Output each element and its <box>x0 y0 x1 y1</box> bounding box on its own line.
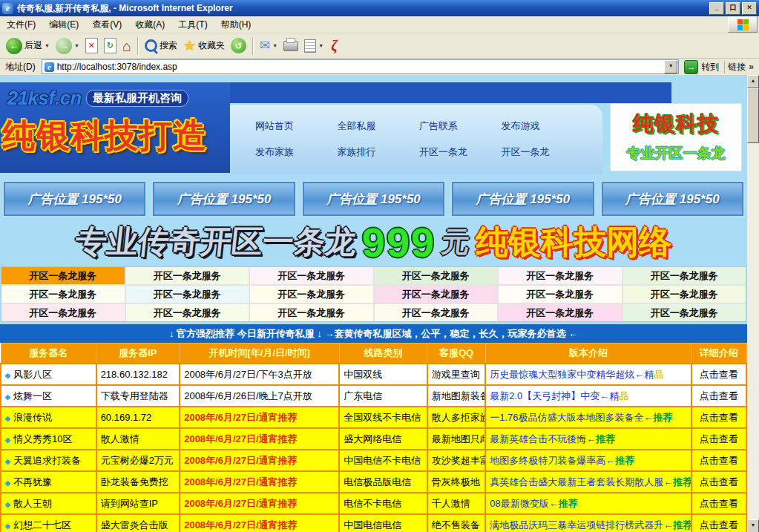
home-button[interactable]: ⌂ <box>119 37 134 55</box>
service-grid-cell[interactable]: 开区一条龙服务 <box>623 304 746 321</box>
service-grid-cell[interactable]: 开区一条龙服务 <box>126 304 249 321</box>
ad-slot-1[interactable]: 广告位置 195*50 <box>151 180 296 217</box>
scrollbar-thumb[interactable] <box>747 88 759 143</box>
vertical-scrollbar[interactable]: ▲ ▼ <box>747 75 759 532</box>
column-header-3: 线路类别 <box>339 344 427 364</box>
nav-link-2[interactable]: 广告联系 <box>419 119 502 133</box>
stop-button[interactable]: ✕ <box>82 36 101 55</box>
nav-link-0[interactable]: 网站首页 <box>255 119 338 133</box>
service-grid-cell[interactable]: 开区一条龙服务 <box>499 267 622 284</box>
forward-dropdown-icon[interactable]: ▼ <box>74 43 79 48</box>
windows-logo <box>728 16 758 33</box>
refresh-button[interactable]: ↻ <box>101 36 119 55</box>
menu-item-5[interactable]: 帮助(H) <box>214 16 258 33</box>
service-grid-cell[interactable]: 开区一条龙服务 <box>623 286 746 303</box>
server-name-cell: ◆散人王朝 <box>1 493 96 514</box>
ad-slot-0[interactable]: 广告位置 195*50 <box>2 180 147 217</box>
search-button[interactable]: 搜索 <box>142 38 180 53</box>
side-ad-banner[interactable]: 纯银科技 专业开区一条龙 <box>610 103 742 171</box>
line-type-cell: 中国电信电信 <box>339 514 427 532</box>
detail-cell: 点击查看 <box>691 385 746 407</box>
service-grid-cell[interactable]: 开区一条龙服务 <box>1 286 125 303</box>
detail-link[interactable]: 点击查看 <box>700 498 738 509</box>
server-row: ◆散人王朝请到网站查IP2008年/6月/27日/通宵推荐电信不卡电信千人激情0… <box>1 493 746 514</box>
server-row: ◆风影八区218.60.132.1822008年/6月/27日/下午3点开放中国… <box>1 364 746 385</box>
gem-icon: ◆ <box>5 436 10 444</box>
mail-button[interactable]: ✉ ▼ <box>257 38 280 53</box>
nav-link-6[interactable]: 开区一条龙 <box>419 145 502 159</box>
ad-slot-3[interactable]: 广告位置 195*50 <box>450 180 595 217</box>
scroll-down-icon[interactable]: ▼ <box>747 519 759 532</box>
server-ip-cell: 卧龙装备免费挖 <box>96 471 180 493</box>
menu-item-3[interactable]: 收藏(A) <box>128 16 171 33</box>
server-name: 炫舞一区 <box>13 390 52 401</box>
menu-item-2[interactable]: 查看(V) <box>85 16 128 33</box>
edit-dropdown-icon[interactable]: ▼ <box>318 43 323 48</box>
scrollbar-track[interactable] <box>747 88 759 519</box>
detail-link[interactable]: 点击查看 <box>700 519 738 531</box>
ad-slot-4[interactable]: 广告位置 195*50 <box>600 180 745 217</box>
service-grid-cell[interactable]: 开区一条龙服务 <box>1 304 125 321</box>
nav-link-1[interactable]: 全部私服 <box>338 119 420 133</box>
version-text: 地图多终极特刀装备爆率高← <box>490 455 615 466</box>
detail-link[interactable]: 点击查看 <box>700 433 738 444</box>
scroll-up-icon[interactable]: ▲ <box>747 75 759 88</box>
service-grid-cell[interactable]: 开区一条龙服务 <box>375 286 498 303</box>
version-cell: 真英雄合击盛大最新王者套装长期散人服←推荐 <box>485 471 691 493</box>
server-row: ◆浪漫传说60.169.1.722008年/6月/27日/通宵推荐全国双线不卡电… <box>1 407 746 428</box>
nav-link-3[interactable]: 发布游戏 <box>502 119 584 133</box>
detail-link[interactable]: 点击查看 <box>700 369 738 380</box>
forward-button[interactable]: → ▼ <box>53 36 82 56</box>
server-name: 风影八区 <box>13 369 52 380</box>
version-text: 历史最惊魂大型独家中变精华超炫←精 <box>490 369 654 380</box>
home-icon: ⌂ <box>122 39 131 53</box>
service-grid-cell[interactable]: 开区一条龙服务 <box>375 304 498 321</box>
favorites-button[interactable]: ★ 收藏夹 <box>180 37 228 54</box>
service-grid-cell[interactable]: 开区一条龙服务 <box>623 267 746 284</box>
links-button[interactable]: 链接 » <box>724 61 757 73</box>
minimize-button[interactable]: _ <box>709 2 724 15</box>
nav-link-4[interactable]: 发布家族 <box>255 145 338 159</box>
nav-link-7[interactable]: 开区一条龙 <box>502 145 584 159</box>
column-header-6: 详细介绍 <box>691 344 746 364</box>
line-type-cell: 电信极品版电信 <box>339 471 427 493</box>
ad-slot-2[interactable]: 广告位置 195*50 <box>301 180 446 217</box>
go-button[interactable]: → 转到 <box>682 60 721 74</box>
menu-item-4[interactable]: 工具(T) <box>171 16 214 33</box>
address-dropdown-icon[interactable]: ▼ <box>664 60 677 73</box>
server-row: ◆幻想二十七区盛大雷炎合击版2008年/6月/27日/通宵推荐中国电信电信绝不售… <box>1 514 746 532</box>
menu-item-1[interactable]: 编辑(E) <box>42 16 85 33</box>
detail-link[interactable]: 点击查看 <box>700 455 738 466</box>
service-grid-cell[interactable]: 开区一条龙服务 <box>126 286 249 303</box>
mail-dropdown-icon[interactable]: ▼ <box>272 43 277 48</box>
banner-left-text: 专业传奇开区一条龙 <box>73 221 358 263</box>
service-grid-cell[interactable]: 开区一条龙服务 <box>126 267 249 284</box>
service-grid-cell[interactable]: 开区一条龙服务 <box>250 286 373 303</box>
toolbar: ← 后退 ▼ → ▼ ✕ ↻ ⌂ 搜索 ★ 收藏夹 ↺ ✉ <box>0 33 759 59</box>
service-grid-cell[interactable]: 开区一条龙服务 <box>1 267 125 284</box>
detail-link[interactable]: 点击查看 <box>700 412 738 423</box>
nav-link-5[interactable]: 家族排行 <box>338 145 420 159</box>
address-input[interactable] <box>57 62 662 72</box>
service-grid-cell[interactable]: 开区一条龙服务 <box>499 286 622 303</box>
restore-button[interactable]: 口 <box>726 2 740 15</box>
service-grid-cell[interactable]: 开区一条龙服务 <box>375 267 498 284</box>
service-grid-cell[interactable]: 开区一条龙服务 <box>250 267 373 284</box>
service-grid-cell[interactable]: 开区一条龙服务 <box>250 304 373 321</box>
back-button[interactable]: ← 后退 ▼ <box>3 36 53 56</box>
service-grid-cell[interactable]: 开区一条龙服务 <box>499 304 622 321</box>
menu-item-0[interactable]: 文件(F) <box>0 16 42 33</box>
edit-button[interactable]: ▼ <box>301 38 326 54</box>
detail-link[interactable]: 点击查看 <box>700 476 738 487</box>
server-name-cell: ◆天翼追求打装备 <box>1 450 96 471</box>
download-tool-icon[interactable]: ζ <box>326 37 342 54</box>
detail-cell: 点击查看 <box>691 514 746 532</box>
back-dropdown-icon[interactable]: ▼ <box>45 43 50 48</box>
detail-link[interactable]: 点击查看 <box>700 390 738 401</box>
server-name: 浪漫传说 <box>13 412 52 423</box>
mail-icon: ✉ <box>260 39 270 52</box>
server-ip-cell: 60.169.1.72 <box>96 407 180 428</box>
history-button[interactable]: ↺ <box>228 36 249 55</box>
close-button[interactable]: ✕ <box>742 2 757 15</box>
print-button[interactable] <box>280 39 301 53</box>
